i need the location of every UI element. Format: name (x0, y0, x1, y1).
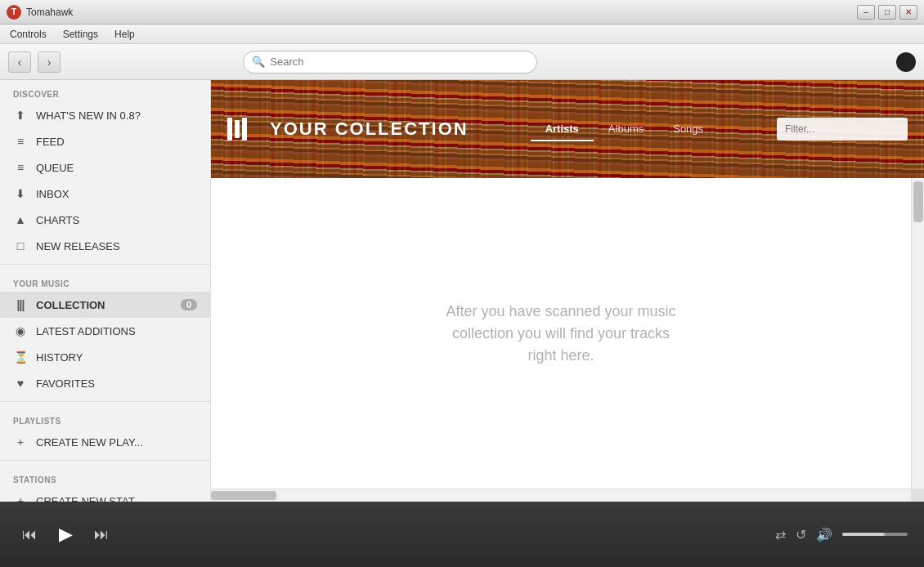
create-station-icon: + (13, 493, 28, 502)
inbox-icon: ⬇ (13, 186, 28, 201)
menu-controls[interactable]: Controls (7, 27, 50, 42)
forward-button[interactable]: › (38, 51, 61, 73)
discover-section-header: DISCOVER (0, 80, 210, 102)
sidebar-item-collection[interactable]: ||| COLLECTION 0 (0, 292, 210, 318)
tab-artists[interactable]: Artists (531, 118, 594, 141)
horizontal-scrollbar[interactable] (211, 489, 924, 502)
close-button[interactable]: ✕ (899, 5, 917, 20)
sidebar-item-favorites[interactable]: ♥ FAVORITES (0, 370, 210, 396)
window-controls: – □ ✕ (857, 5, 917, 20)
queue-icon: ≡ (13, 160, 28, 175)
menu-help[interactable]: Help (111, 27, 138, 42)
filter-input[interactable] (785, 123, 899, 135)
sidebar-item-charts[interactable]: ▲ CHARTS (0, 207, 210, 233)
playback-bar: ⏮ ▶ ⏭ ⇄ ↺ 🔊 (0, 502, 924, 567)
title-bar: T Tomahawk – □ ✕ (0, 0, 924, 25)
search-input[interactable] (270, 56, 528, 68)
content-body: After you have scanned your music collec… (211, 178, 924, 489)
sidebar-divider-3 (0, 460, 210, 461)
scrollbar-thumb[interactable] (913, 181, 923, 222)
back-button[interactable]: ‹ (8, 51, 31, 73)
your-music-section-header: YOUR MUSIC (0, 270, 210, 292)
filter-box (777, 118, 908, 141)
feed-icon: ≡ (13, 134, 28, 149)
stations-section-header: STATIONS (0, 466, 210, 488)
sidebar-item-create-station[interactable]: + CREATE NEW STAT... (0, 488, 210, 502)
app-title: Tomahawk (26, 7, 857, 18)
playlists-section-header: PLAYLISTS (0, 407, 210, 429)
repeat-button[interactable]: ↺ (796, 527, 806, 542)
whats-new-icon: ⬆ (13, 108, 28, 123)
play-controls: ⏮ ▶ ⏭ (16, 521, 114, 547)
search-bar: 🔍 (243, 51, 537, 74)
sidebar-item-queue[interactable]: ≡ QUEUE (0, 154, 210, 181)
collection-badge: 0 (181, 299, 197, 310)
sidebar-divider-1 (0, 264, 210, 265)
prev-button[interactable]: ⏮ (16, 521, 43, 547)
sidebar-item-feed[interactable]: ≡ FEED (0, 128, 210, 154)
play-button[interactable]: ▶ (52, 521, 78, 547)
profile-avatar[interactable] (896, 52, 916, 72)
sidebar: DISCOVER ⬆ WHAT'S NEW IN 0.8? ≡ FEED ≡ Q… (0, 80, 211, 502)
shuffle-button[interactable]: ⇄ (775, 527, 786, 542)
maximize-button[interactable]: □ (878, 5, 896, 20)
new-releases-icon: □ (13, 239, 28, 253)
sidebar-item-create-playlist[interactable]: + CREATE NEW PLAY... (0, 429, 210, 455)
tab-songs[interactable]: Songs (658, 118, 718, 141)
toolbar: ‹ › 🔍 (0, 44, 924, 80)
vertical-scrollbar[interactable] (911, 178, 924, 489)
sidebar-item-history[interactable]: ⏳ HISTORY (0, 344, 210, 370)
create-playlist-icon: + (13, 435, 28, 449)
h-scrollbar-track (211, 489, 911, 502)
app-icon: T (7, 5, 21, 20)
main-layout: DISCOVER ⬆ WHAT'S NEW IN 0.8? ≡ FEED ≡ Q… (0, 80, 924, 502)
sidebar-item-inbox[interactable]: ⬇ INBOX (0, 181, 210, 207)
empty-state-message: After you have scanned your music collec… (211, 178, 911, 489)
right-controls: ⇄ ↺ 🔊 (775, 527, 908, 542)
collection-banner: YOUR COLLECTION Artists Albums Songs (211, 80, 924, 178)
next-button[interactable]: ⏭ (88, 521, 114, 547)
tab-albums[interactable]: Albums (594, 118, 658, 141)
favorites-icon: ♥ (13, 376, 28, 391)
collection-icon: ||| (13, 297, 28, 312)
banner-tabs: Artists Albums Songs (531, 118, 718, 141)
sidebar-divider-2 (0, 401, 210, 402)
charts-icon: ▲ (13, 212, 28, 227)
sidebar-item-whats-new[interactable]: ⬆ WHAT'S NEW IN 0.8? (0, 102, 210, 128)
scrollbar-corner (911, 489, 924, 502)
volume-slider[interactable] (842, 533, 908, 536)
menu-bar: Controls Settings Help (0, 25, 924, 44)
sidebar-item-new-releases[interactable]: □ NEW RELEASES (0, 233, 210, 259)
volume-fill (842, 533, 885, 536)
history-icon: ⏳ (13, 350, 28, 364)
content-area: YOUR COLLECTION Artists Albums Songs Aft… (211, 80, 924, 502)
collection-banner-title: YOUR COLLECTION (270, 118, 469, 140)
minimize-button[interactable]: – (857, 5, 875, 20)
collection-banner-icon (227, 118, 257, 141)
latest-additions-icon: ◉ (13, 324, 28, 338)
search-icon: 🔍 (252, 56, 265, 68)
volume-icon: 🔊 (816, 527, 832, 542)
h-scrollbar-thumb[interactable] (211, 491, 276, 500)
menu-settings[interactable]: Settings (60, 27, 101, 42)
sidebar-item-latest-additions[interactable]: ◉ LATEST ADDITIONS (0, 318, 210, 344)
